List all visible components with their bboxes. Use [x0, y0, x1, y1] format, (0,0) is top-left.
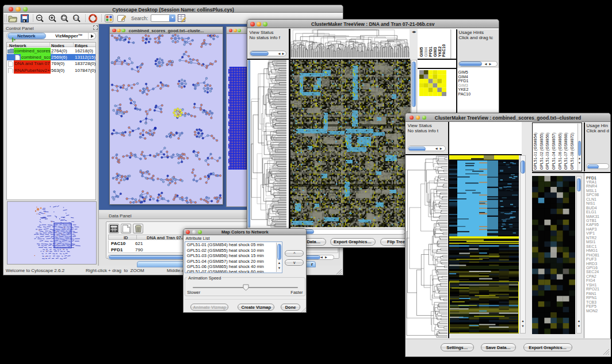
svg-text:1:1: 1:1	[74, 16, 78, 20]
